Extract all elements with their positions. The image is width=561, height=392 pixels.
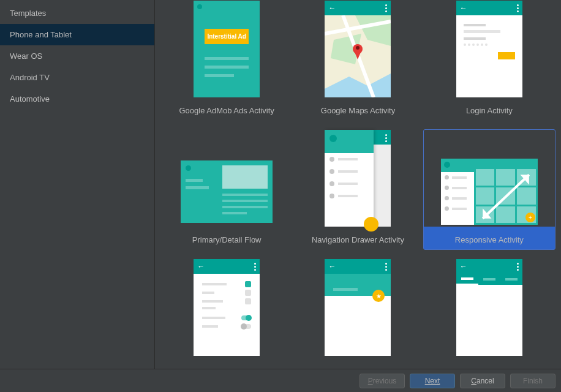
sidebar-item-label: Wear OS [10, 51, 42, 61]
template-label: Google Maps Activity [292, 97, 423, 120]
template-label: Navigation Drawer Activity [292, 227, 423, 249]
template-grid: Interstitial Ad Google AdMob Ads Activit… [155, 0, 561, 369]
sidebar-item-phone-tablet[interactable]: Phone and Tablet [0, 24, 154, 45]
template-thumb: ← [456, 259, 522, 356]
back-icon: ← [328, 262, 336, 271]
finish-button[interactable]: Finish [510, 374, 555, 388]
template-tabbed[interactable]: ← [423, 258, 555, 369]
template-label: Responsive Activity [424, 227, 555, 249]
template-label: Login Activity [424, 97, 555, 120]
next-button[interactable]: Next [410, 374, 455, 388]
more-icon [385, 134, 387, 142]
template-thumb: ← [325, 1, 391, 97]
back-icon: ← [197, 262, 205, 271]
sidebar-item-wear-os[interactable]: Wear OS [0, 45, 154, 67]
template-login[interactable]: ← Login Activity [423, 0, 555, 121]
template-nav-drawer[interactable]: Navigation Drawer Activity [292, 129, 424, 250]
map-icon [325, 15, 391, 97]
back-icon: ← [328, 4, 336, 12]
sidebar-item-label: Phone and Tablet [10, 30, 72, 39]
sidebar-item-label: Automotive [10, 94, 50, 104]
cancel-button[interactable]: Cancel [460, 374, 505, 388]
template-thumb [178, 130, 275, 227]
sidebar-item-label: Android TV [10, 73, 50, 82]
sidebar-title: Templates [0, 0, 154, 24]
sidebar-item-automotive[interactable]: Automotive [0, 88, 154, 110]
template-label: Google AdMob Ads Activity [161, 97, 292, 120]
back-icon: ← [460, 4, 467, 12]
template-thumb: + [441, 130, 538, 227]
template-label [292, 356, 423, 369]
template-scrolling[interactable]: ← ★ [292, 258, 424, 369]
more-icon [385, 4, 387, 12]
template-label [424, 356, 555, 369]
sidebar-item-android-tv[interactable]: Android TV [0, 67, 154, 88]
template-settings[interactable]: ← [160, 258, 293, 369]
template-primary-detail[interactable]: Primary/Detail Flow [160, 129, 293, 250]
template-admob[interactable]: Interstitial Ad Google AdMob Ads Activit… [160, 0, 293, 121]
svg-point-8 [356, 46, 360, 50]
template-thumb: ← [194, 259, 260, 356]
template-thumb [325, 130, 391, 227]
more-icon [517, 263, 519, 271]
more-icon [517, 4, 519, 12]
template-thumb: Interstitial Ad [194, 1, 260, 97]
button-label: Finish [523, 377, 543, 385]
template-thumb: ← ★ [325, 259, 391, 356]
footer: Previous Next Cancel Finish [0, 369, 561, 392]
more-icon [254, 263, 256, 271]
previous-button[interactable]: Previous [360, 374, 405, 388]
sidebar: Templates Phone and Tablet Wear OS Andro… [0, 0, 155, 369]
template-thumb: ← [456, 1, 522, 97]
back-icon: ← [460, 262, 467, 271]
star-icon: ★ [372, 290, 385, 302]
button-label: Next [425, 377, 440, 385]
template-maps[interactable]: ← Google Maps Activity [292, 0, 424, 121]
ad-label: Interstitial Ad [205, 29, 249, 44]
template-label: Primary/Detail Flow [161, 227, 292, 249]
template-responsive[interactable]: + Responsive Activity [423, 129, 555, 250]
fab-add-icon: + [525, 213, 535, 222]
template-label [161, 356, 292, 369]
more-icon [385, 263, 387, 271]
